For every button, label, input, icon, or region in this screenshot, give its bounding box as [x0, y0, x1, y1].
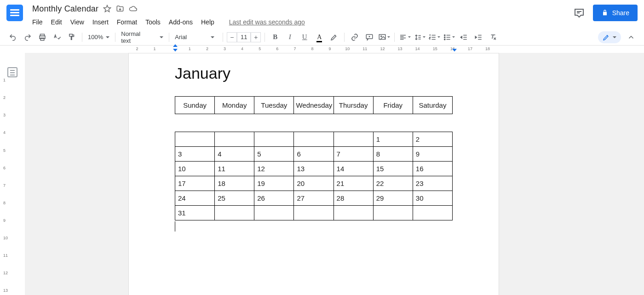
date-cell[interactable]: 27	[294, 191, 334, 206]
date-cell[interactable]: 6	[294, 147, 334, 162]
month-title[interactable]: January	[175, 64, 453, 82]
date-cell[interactable]	[334, 206, 373, 220]
menu-edit[interactable]: Edit	[51, 18, 62, 26]
text-color-button[interactable]: A	[313, 31, 326, 43]
comments-icon[interactable]	[574, 7, 585, 18]
date-cell[interactable]: 19	[254, 176, 294, 191]
menu-addons[interactable]: Add-ons	[169, 18, 193, 26]
calendar-header-table[interactable]: SundayMondayTuesdayWednesdayThursdayFrid…	[175, 96, 453, 114]
date-cell[interactable]: 29	[373, 191, 413, 206]
date-cell[interactable]: 1	[373, 132, 413, 147]
vertical-ruler[interactable]: 12345678910111213	[3, 53, 10, 295]
italic-button[interactable]: I	[283, 31, 296, 43]
date-cell[interactable]: 16	[413, 162, 452, 176]
docs-logo[interactable]	[6, 5, 23, 21]
date-cell[interactable]: 5	[254, 147, 294, 162]
day-header[interactable]: Tuesday	[254, 97, 294, 114]
menu-help[interactable]: Help	[201, 18, 214, 26]
day-header[interactable]: Friday	[373, 97, 413, 114]
menu-view[interactable]: View	[70, 18, 84, 26]
document-canvas[interactable]: January SundayMondayTuesdayWednesdayThur…	[25, 53, 644, 295]
date-cell[interactable]: 9	[413, 147, 452, 162]
day-header[interactable]: Sunday	[175, 97, 215, 114]
menu-tools[interactable]: Tools	[145, 18, 161, 26]
font-size-decrease[interactable]: −	[227, 32, 237, 42]
align-button[interactable]	[398, 31, 411, 43]
date-cell[interactable]	[334, 132, 373, 147]
horizontal-ruler[interactable]: 21123456789101112131415161718	[25, 46, 639, 52]
menu-format[interactable]: Format	[117, 18, 137, 26]
collapse-toolbar-button[interactable]	[625, 31, 638, 43]
move-folder-icon[interactable]	[116, 5, 124, 13]
date-cell[interactable]: 23	[413, 176, 452, 191]
clear-formatting-button[interactable]	[487, 31, 500, 43]
underline-button[interactable]: U	[298, 31, 311, 43]
link-button[interactable]	[348, 31, 361, 43]
zoom-dropdown[interactable]: 100%	[86, 34, 111, 40]
date-cell[interactable]: 2	[413, 132, 452, 147]
date-cell[interactable]: 24	[175, 191, 215, 206]
menu-file[interactable]: File	[32, 18, 43, 26]
date-cell[interactable]: 25	[215, 191, 254, 206]
calendar-body-table[interactable]: 1234567891011121314151617181920212223242…	[175, 132, 453, 220]
date-cell[interactable]: 10	[175, 162, 215, 176]
comment-button[interactable]	[363, 31, 376, 43]
font-size-increase[interactable]: +	[251, 32, 261, 42]
date-cell[interactable]	[294, 132, 334, 147]
date-cell[interactable]: 11	[215, 162, 254, 176]
date-cell[interactable]	[215, 206, 254, 220]
date-cell[interactable]	[373, 206, 413, 220]
spellcheck-button[interactable]	[51, 31, 63, 43]
font-size-input[interactable]	[237, 32, 251, 42]
indent-increase-button[interactable]	[472, 31, 485, 43]
line-spacing-button[interactable]	[413, 31, 426, 43]
date-cell[interactable]	[215, 132, 254, 147]
font-dropdown[interactable]: Arial	[173, 34, 219, 40]
page[interactable]: January SundayMondayTuesdayWednesdayThur…	[128, 53, 499, 295]
document-title[interactable]: Monthly Calendar	[32, 4, 98, 14]
date-cell[interactable]: 7	[334, 147, 373, 162]
date-cell[interactable]: 30	[413, 191, 452, 206]
indent-decrease-button[interactable]	[457, 31, 470, 43]
date-cell[interactable]	[294, 206, 334, 220]
cloud-status-icon[interactable]	[129, 5, 137, 13]
date-cell[interactable]: 3	[175, 147, 215, 162]
date-cell[interactable]: 17	[175, 176, 215, 191]
date-cell[interactable]	[254, 132, 294, 147]
first-line-indent-marker[interactable]	[173, 44, 178, 47]
image-button[interactable]	[378, 31, 391, 43]
date-cell[interactable]	[413, 206, 452, 220]
date-cell[interactable]: 18	[215, 176, 254, 191]
editing-mode-button[interactable]	[598, 31, 621, 43]
star-icon[interactable]	[103, 5, 111, 13]
day-header[interactable]: Saturday	[413, 97, 452, 114]
right-indent-marker[interactable]	[452, 49, 457, 52]
date-cell[interactable]: 8	[373, 147, 413, 162]
date-cell[interactable]: 31	[175, 206, 215, 220]
date-cell[interactable]	[175, 132, 215, 147]
highlight-button[interactable]	[328, 31, 340, 43]
date-cell[interactable]: 14	[334, 162, 373, 176]
date-cell[interactable]: 22	[373, 176, 413, 191]
paragraph-style-dropdown[interactable]: Normal text	[119, 30, 165, 44]
date-cell[interactable]: 26	[254, 191, 294, 206]
date-cell[interactable]: 28	[334, 191, 373, 206]
date-cell[interactable]: 20	[294, 176, 334, 191]
date-cell[interactable]: 4	[215, 147, 254, 162]
day-header[interactable]: Wednesday	[294, 97, 334, 114]
day-header[interactable]: Monday	[215, 97, 254, 114]
left-indent-marker[interactable]	[173, 49, 178, 52]
date-cell[interactable]	[254, 206, 294, 220]
day-header[interactable]: Thursday	[334, 97, 373, 114]
print-button[interactable]	[36, 31, 49, 43]
numbered-list-button[interactable]	[428, 31, 441, 43]
bold-button[interactable]: B	[269, 31, 282, 43]
date-cell[interactable]: 21	[334, 176, 373, 191]
paint-format-button[interactable]	[65, 31, 78, 43]
date-cell[interactable]: 12	[254, 162, 294, 176]
bullet-list-button[interactable]	[443, 31, 455, 43]
undo-button[interactable]	[6, 31, 19, 43]
share-button[interactable]: Share	[593, 5, 638, 21]
menu-insert[interactable]: Insert	[92, 18, 109, 26]
date-cell[interactable]: 15	[373, 162, 413, 176]
